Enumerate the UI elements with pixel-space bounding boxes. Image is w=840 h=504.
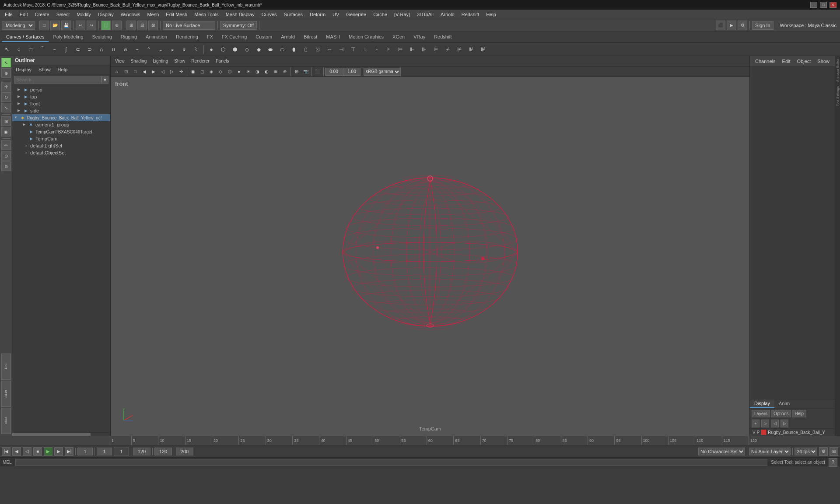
rp-edit-menu[interactable]: Edit [780, 58, 793, 65]
layer-item[interactable]: V P Rugby_Bounce_Back_Ball_Yellc [750, 429, 835, 436]
menubar-item-edit[interactable]: Edit [17, 11, 31, 18]
surf10-btn[interactable]: ⊡ [312, 44, 323, 55]
vp-rewind-btn[interactable]: ◁ [158, 67, 167, 76]
tab-mash[interactable]: MASH [322, 32, 344, 42]
curve11-btn[interactable]: ⌄ [155, 44, 166, 55]
no-anim-layer-dropdown[interactable]: No Anim Layer [749, 448, 791, 455]
surf2-btn[interactable]: ⬡ [218, 44, 228, 55]
curve2-btn[interactable]: ~ [49, 44, 60, 55]
menubar-item-modify[interactable]: Modify [74, 11, 94, 18]
viewport-canvas[interactable]: front [111, 77, 749, 436]
menubar-item-curves[interactable]: Curves [259, 11, 280, 18]
end-anim-input[interactable] [133, 448, 150, 455]
menubar-item-file[interactable]: File [2, 11, 16, 18]
close-button[interactable]: ✕ [830, 2, 836, 8]
tree-item-tempcamfbx[interactable]: ▶ TempCamFBXASC046Target [12, 128, 110, 135]
surf24-btn[interactable]: ⊯ [478, 44, 488, 55]
vp-frame-all-btn[interactable]: □ [131, 67, 140, 76]
tab-redshift[interactable]: Redshift [430, 32, 456, 42]
menubar-item-mesh[interactable]: Mesh [144, 11, 162, 18]
vp-ao-btn[interactable]: ◐ [262, 67, 271, 76]
menubar-item-display[interactable]: Display [95, 11, 117, 18]
menubar-item-cache[interactable]: Cache [370, 11, 390, 18]
curve8-btn[interactable]: ⌀ [120, 44, 130, 55]
surf8-btn[interactable]: ⬮ [289, 44, 299, 55]
menubar-item-3dtoall[interactable]: 3DToAll [414, 11, 437, 18]
vp-display-mode3-btn[interactable]: ◈ [207, 67, 216, 76]
panels-menu-btn[interactable]: Panels [213, 58, 232, 64]
surf17-btn[interactable]: ⊨ [395, 44, 406, 55]
surf4-btn[interactable]: ◇ [242, 44, 252, 55]
range-end-input[interactable] [154, 448, 172, 455]
menubar-item-mesh-display[interactable]: Mesh Display [223, 11, 258, 18]
next-keyframe-btn[interactable]: ▶| [65, 447, 74, 456]
renderer-menu-btn[interactable]: Renderer [189, 58, 212, 64]
timeline-ruler[interactable]: 1510152025303540455055606570758085909510… [0, 436, 840, 445]
move-tool-btn[interactable]: ✛ [1, 82, 11, 91]
surf22-btn[interactable]: ⊭ [454, 44, 465, 55]
vp-cam-btn[interactable]: 📷 [301, 67, 310, 76]
vp-camera-home-btn[interactable]: ⌂ [112, 67, 121, 76]
fps-dropdown[interactable]: 24 fps [794, 448, 817, 455]
surf12-btn[interactable]: ⊣ [336, 44, 346, 55]
menubar-item-help[interactable]: Help [483, 11, 499, 18]
outliner-search-arrow[interactable]: ▼ [102, 76, 108, 84]
curve6-btn[interactable]: ∩ [96, 44, 107, 55]
vp-motion-blur-btn[interactable]: ≋ [271, 67, 280, 76]
layer-next-btn[interactable]: ▷ [780, 420, 788, 427]
lasso-btn[interactable]: ⊕ [112, 21, 122, 30]
tree-item-top[interactable]: ▶ ▶ top [12, 93, 110, 100]
vp-forward-btn[interactable]: ▷ [168, 67, 176, 76]
outliner-scrollbar[interactable] [12, 432, 110, 436]
menubar-item-edit-mesh[interactable]: Edit Mesh [163, 11, 190, 18]
outliner-menu-show[interactable]: Show [35, 66, 54, 73]
outliner-menu-display[interactable]: Display [12, 66, 35, 73]
vp-shadow-btn[interactable]: ◑ [253, 67, 262, 76]
vp-mark-btn[interactable]: ✛ [177, 67, 186, 76]
curve4-btn[interactable]: ⊂ [73, 44, 83, 55]
tab-arnold[interactable]: Arnold [276, 32, 299, 42]
play-fwd-btn[interactable]: ▶ [44, 447, 52, 456]
menubar-item--v-ray-[interactable]: [V-Ray] [391, 11, 413, 18]
current-frame-input[interactable] [77, 448, 93, 455]
surf11-btn[interactable]: ⊢ [324, 44, 335, 55]
new-layer-btn[interactable]: + [752, 420, 760, 427]
restore-button[interactable]: □ [820, 2, 827, 8]
quick-sel-btn[interactable]: SET [1, 354, 11, 380]
curve7-btn[interactable]: ∪ [108, 44, 119, 55]
status-help-btn[interactable]: ? [829, 458, 837, 467]
vp-display-mode4-btn[interactable]: ◇ [216, 67, 225, 76]
menubar-item-generate[interactable]: Generate [343, 11, 369, 18]
max-frame-input[interactable] [176, 448, 193, 455]
tree-item-front[interactable]: ▶ ▶ front [12, 100, 110, 107]
layer-prev-btn[interactable]: ◁ [771, 420, 779, 427]
vp-dof-btn[interactable]: ⊕ [280, 67, 289, 76]
surf6-btn[interactable]: ⬬ [265, 44, 276, 55]
menubar-item-select[interactable]: Select [53, 11, 73, 18]
snap-btn[interactable]: ⊞ [126, 21, 136, 30]
vp-gamma-dropdown[interactable]: sRGB gamma [364, 68, 401, 76]
no-live-surface-btn[interactable]: No Live Surface [163, 21, 215, 30]
no-character-set-dropdown[interactable]: No Character Set [698, 448, 745, 455]
vp-value2-input[interactable] [343, 68, 360, 76]
lasso-tool-btn[interactable]: ⊕ [1, 68, 11, 78]
help-menu[interactable]: Help [792, 410, 806, 417]
surf16-btn[interactable]: ⊧ [383, 44, 394, 55]
snap3-btn[interactable]: ⊠ [148, 21, 158, 30]
menubar-item-surfaces[interactable]: Surfaces [281, 11, 306, 18]
new-scene-btn[interactable]: □ [39, 21, 49, 30]
tree-item-camera1-group[interactable]: ▶ ✱ camera1_group [12, 121, 110, 128]
surf9-btn[interactable]: ⬯ [301, 44, 311, 55]
redo-btn[interactable]: ↪ [87, 21, 96, 30]
fps-settings-btn[interactable]: ⚙ [819, 447, 828, 456]
rp-object-menu[interactable]: Object [794, 58, 814, 65]
surf21-btn[interactable]: ⊬ [442, 44, 453, 55]
paint-btn[interactable]: ✏ [1, 140, 11, 150]
vp-next-frame-btn[interactable]: ▶ [149, 67, 158, 76]
layer-options-btn[interactable]: ▷ [761, 420, 769, 427]
sign-in-btn[interactable]: Sign In [752, 21, 773, 30]
rp-channels-menu[interactable]: Channels [752, 58, 778, 65]
surf3-btn[interactable]: ⬢ [230, 44, 240, 55]
menubar-item-create[interactable]: Create [32, 11, 52, 18]
tab-vray[interactable]: VRay [409, 32, 430, 42]
